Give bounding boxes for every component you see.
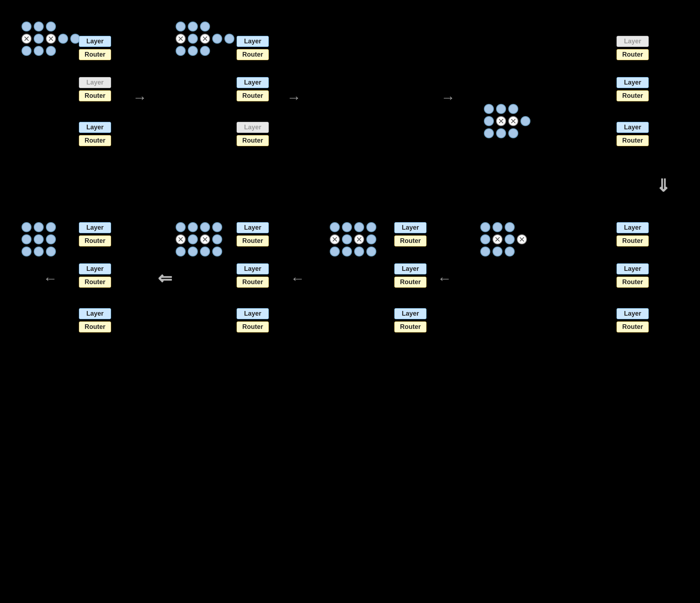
dot xyxy=(188,46,198,56)
dot xyxy=(505,222,515,232)
layer-label: Layer xyxy=(237,77,269,88)
stack-pair-c2-2: Layer Router xyxy=(237,77,269,101)
dot-crossed xyxy=(46,34,56,44)
dot xyxy=(480,234,490,244)
dot xyxy=(22,234,32,244)
dot xyxy=(58,34,68,44)
dot xyxy=(22,46,32,56)
dot xyxy=(484,104,494,114)
dot xyxy=(354,222,364,232)
dot xyxy=(354,247,364,257)
router-label: Router xyxy=(79,235,111,247)
router-label: Router xyxy=(616,277,649,288)
router-label: Router xyxy=(394,277,427,288)
dot xyxy=(492,247,503,257)
router-label: Router xyxy=(394,321,427,332)
dot-crossed xyxy=(508,116,518,126)
dot-crossed xyxy=(354,234,364,244)
dot xyxy=(508,104,518,114)
dot xyxy=(176,21,186,32)
layer-label: Layer xyxy=(79,263,111,274)
dot xyxy=(34,222,44,232)
dot xyxy=(480,247,490,257)
stack-pair-c4-bot-2: Layer Router xyxy=(616,263,649,288)
dot xyxy=(212,247,222,257)
dot xyxy=(188,21,198,32)
router-label: Router xyxy=(79,49,111,60)
stack-pair-c4-2: Layer Router xyxy=(616,77,649,101)
stack-pair-c1-2: Layer Router xyxy=(79,77,111,101)
layer-label: Layer xyxy=(79,122,111,133)
arrow-left-bold xyxy=(158,268,172,288)
arrow-left-1 xyxy=(437,271,452,287)
dot-crossed xyxy=(492,234,503,244)
router-label: Router xyxy=(616,49,649,60)
layer-label: Layer xyxy=(616,222,649,233)
dot xyxy=(212,34,222,44)
dot xyxy=(224,34,234,44)
dot xyxy=(484,128,494,138)
router-label: Router xyxy=(79,321,111,332)
stack-pair-c1-3: Layer Router xyxy=(79,122,111,146)
dot xyxy=(188,222,198,232)
dot xyxy=(22,247,32,257)
dots-grid-c2-bot xyxy=(176,222,222,257)
dot-crossed xyxy=(22,34,32,44)
dot xyxy=(34,46,44,56)
router-label: Router xyxy=(79,277,111,288)
router-label: Router xyxy=(616,321,649,332)
dots-grid-c1-bot xyxy=(22,222,56,257)
dot xyxy=(34,247,44,257)
stack-pair-c2-1: Layer Router xyxy=(237,36,269,60)
layer-label: Layer xyxy=(616,308,649,319)
dot-crossed xyxy=(200,34,210,44)
dots-grid-c2-top xyxy=(176,21,234,56)
stack-pair-c2-bot-2: Layer Router xyxy=(237,263,269,288)
dot xyxy=(330,222,340,232)
layer-label: Layer xyxy=(237,36,269,47)
router-label: Router xyxy=(237,135,269,146)
stack-pair-c3-bot-3: Layer Router xyxy=(394,308,427,332)
dot xyxy=(22,222,32,232)
router-label: Router xyxy=(237,49,269,60)
dot xyxy=(46,46,56,56)
stack-pair-c2-bot-3: Layer Router xyxy=(237,308,269,332)
dot xyxy=(188,247,198,257)
dot xyxy=(200,247,210,257)
router-label: Router xyxy=(394,235,427,247)
dot xyxy=(46,234,56,244)
arrow-down xyxy=(656,176,670,196)
dot-crossed xyxy=(496,116,506,126)
dot xyxy=(342,247,352,257)
dot xyxy=(46,21,56,32)
stack-pair-c1-bot-2: Layer Router xyxy=(79,263,111,288)
layer-label: Layer xyxy=(79,308,111,319)
dot xyxy=(34,21,44,32)
router-label: Router xyxy=(616,235,649,247)
dot xyxy=(505,247,515,257)
dot xyxy=(520,116,530,126)
router-label: Router xyxy=(79,90,111,101)
layer-label: Layer xyxy=(237,263,269,274)
dot xyxy=(200,46,210,56)
stack-pair-c2-bot-1: Layer Router xyxy=(237,222,269,247)
stack-pair-c1-bot-1: Layer Router xyxy=(79,222,111,247)
stack-pair-c3-bot-1: Layer Router xyxy=(394,222,427,247)
router-label: Router xyxy=(237,90,269,101)
dot xyxy=(342,234,352,244)
layer-label-faded: Layer xyxy=(616,36,649,47)
layer-label: Layer xyxy=(79,222,111,233)
layer-label: Layer xyxy=(616,263,649,274)
layer-label: Layer xyxy=(237,222,269,233)
dot-crossed xyxy=(200,234,210,244)
stack-pair-c1-bot-3: Layer Router xyxy=(79,308,111,332)
dots-grid-c3-top xyxy=(484,104,530,138)
dot-crossed xyxy=(517,234,527,244)
layer-label: Layer xyxy=(394,263,427,274)
router-label: Router xyxy=(616,90,649,101)
dots-grid-c3-bot xyxy=(330,222,376,257)
dot xyxy=(366,247,376,257)
dot xyxy=(176,247,186,257)
dot xyxy=(46,222,56,232)
stack-pair-c3-bot-2: Layer Router xyxy=(394,263,427,288)
